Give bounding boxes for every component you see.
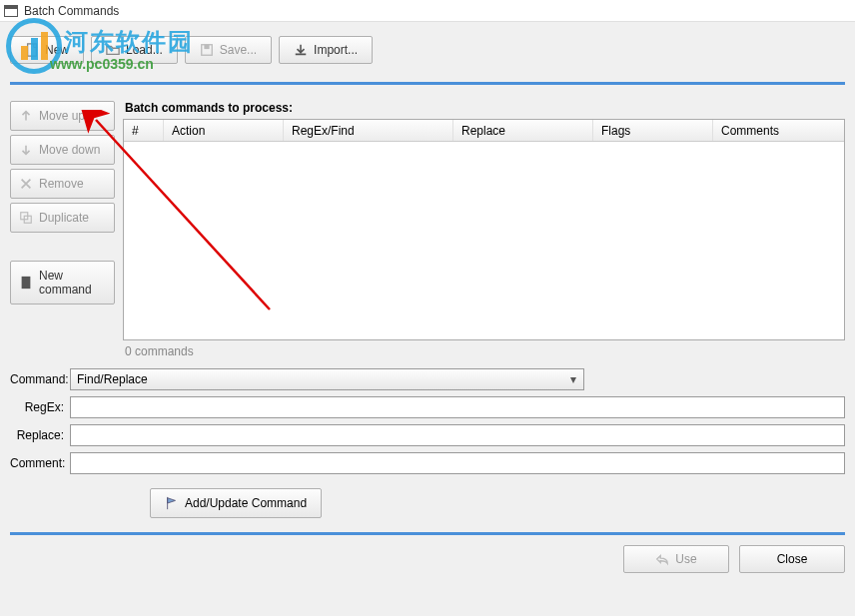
replace-input[interactable] (70, 424, 845, 446)
main-area: Move up Move down Remove Duplicate New c… (0, 85, 855, 358)
table-heading: Batch commands to process: (123, 101, 845, 115)
close-button[interactable]: Close (739, 545, 845, 573)
command-label: Command: (10, 372, 70, 386)
duplicate-button[interactable]: Duplicate (10, 203, 115, 233)
commands-count: 0 commands (123, 340, 845, 358)
form-area: Command: Find/Replace RegEx: Replace: Co… (0, 358, 855, 474)
arrow-up-icon (19, 109, 33, 123)
new-button[interactable]: New (10, 36, 84, 64)
col-flags[interactable]: Flags (593, 120, 713, 141)
save-icon (200, 43, 214, 57)
remove-button[interactable]: Remove (10, 169, 115, 199)
download-icon (294, 43, 308, 57)
arrow-down-icon (19, 143, 33, 157)
regex-input[interactable] (70, 396, 845, 418)
col-num[interactable]: # (124, 120, 164, 141)
title-bar: Batch Commands (0, 0, 855, 22)
save-button[interactable]: Save... (185, 36, 272, 64)
move-up-button[interactable]: Move up (10, 101, 115, 131)
load-button[interactable]: Load... (91, 36, 178, 64)
comment-label: Comment: (10, 456, 70, 470)
reply-icon (655, 552, 669, 566)
add-update-button[interactable]: Add/Update Command (150, 488, 322, 518)
col-action[interactable]: Action (164, 120, 284, 141)
comment-input[interactable] (70, 452, 845, 474)
import-button[interactable]: Import... (279, 36, 373, 64)
window-icon (4, 5, 18, 17)
flag-icon (165, 496, 179, 510)
toolbar: New Load... Save... Import... (0, 22, 855, 74)
window-title: Batch Commands (24, 4, 119, 18)
document-icon (25, 43, 39, 57)
regex-label: RegEx: (10, 400, 70, 414)
dialog-buttons: Use Close (0, 535, 855, 573)
use-button[interactable]: Use (623, 545, 729, 573)
table-column: Batch commands to process: # Action RegE… (123, 101, 845, 358)
folder-open-icon (106, 43, 120, 57)
new-command-button[interactable]: New command (10, 261, 115, 305)
command-select[interactable]: Find/Replace (70, 368, 584, 390)
col-regex[interactable]: RegEx/Find (284, 120, 453, 141)
svg-rect-0 (28, 44, 37, 56)
table-header: # Action RegEx/Find Replace Flags Commen… (124, 120, 844, 142)
commands-table[interactable]: # Action RegEx/Find Replace Flags Commen… (123, 119, 845, 340)
svg-rect-5 (22, 277, 31, 289)
col-comments[interactable]: Comments (713, 120, 844, 141)
document-icon (19, 276, 33, 290)
side-actions: Move up Move down Remove Duplicate New c… (10, 101, 115, 358)
svg-rect-2 (204, 45, 209, 49)
col-replace[interactable]: Replace (453, 120, 593, 141)
copy-icon (19, 211, 33, 225)
replace-label: Replace: (10, 428, 70, 442)
move-down-button[interactable]: Move down (10, 135, 115, 165)
x-icon (19, 177, 33, 191)
